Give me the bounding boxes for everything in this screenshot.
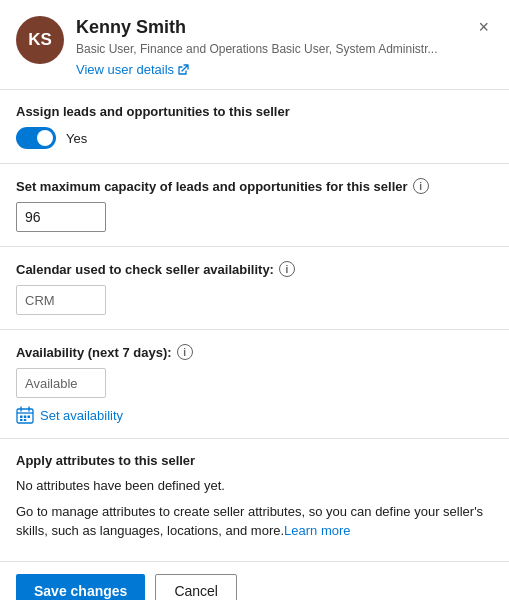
availability-input[interactable]: Available [16, 368, 106, 398]
assign-leads-toggle[interactable] [16, 127, 56, 149]
avatar: KS [16, 16, 64, 64]
toggle-knob [37, 130, 53, 146]
panel-content: Assign leads and opportunities to this s… [0, 90, 509, 561]
calendar-label: Calendar used to check seller availabili… [16, 261, 493, 277]
availability-section: Availability (next 7 days): i Available [0, 330, 509, 439]
calendar-info-icon[interactable]: i [279, 261, 295, 277]
max-capacity-input[interactable] [16, 202, 106, 232]
learn-more-link[interactable]: Learn more [284, 523, 350, 538]
attributes-description: Go to manage attributes to create seller… [16, 502, 493, 541]
panel-footer: Save changes Cancel [0, 561, 509, 600]
attributes-label: Apply attributes to this seller [16, 453, 493, 468]
header-info: Kenny Smith Basic User, Finance and Oper… [76, 16, 462, 77]
user-name: Kenny Smith [76, 16, 462, 39]
toggle-row: Yes [16, 127, 493, 149]
calendar-section: Calendar used to check seller availabili… [0, 247, 509, 330]
max-capacity-info-icon[interactable]: i [413, 178, 429, 194]
no-attributes-text: No attributes have been defined yet. [16, 476, 493, 496]
user-roles: Basic User, Finance and Operations Basic… [76, 41, 462, 58]
svg-rect-8 [24, 419, 27, 421]
panel-header: KS Kenny Smith Basic User, Finance and O… [0, 0, 509, 90]
toggle-yes-label: Yes [66, 131, 87, 146]
seller-panel: KS Kenny Smith Basic User, Finance and O… [0, 0, 509, 600]
view-user-link[interactable]: View user details [76, 62, 189, 77]
max-capacity-label: Set maximum capacity of leads and opport… [16, 178, 493, 194]
set-availability-label: Set availability [40, 408, 123, 423]
svg-rect-7 [20, 419, 23, 421]
calendar-icon [16, 406, 34, 424]
calendar-input[interactable]: CRM [16, 285, 106, 315]
availability-label: Availability (next 7 days): i [16, 344, 493, 360]
view-user-label: View user details [76, 62, 174, 77]
cancel-button[interactable]: Cancel [155, 574, 237, 600]
set-availability-row[interactable]: Set availability [16, 406, 493, 424]
svg-rect-4 [20, 416, 23, 419]
assign-leads-label: Assign leads and opportunities to this s… [16, 104, 493, 119]
assign-leads-section: Assign leads and opportunities to this s… [0, 90, 509, 164]
attributes-section: Apply attributes to this seller No attri… [0, 439, 509, 561]
availability-info-icon[interactable]: i [177, 344, 193, 360]
close-button[interactable]: × [474, 16, 493, 38]
external-link-icon [177, 64, 189, 76]
svg-rect-6 [28, 416, 31, 419]
svg-rect-5 [24, 416, 27, 419]
save-changes-button[interactable]: Save changes [16, 574, 145, 600]
attributes-body: No attributes have been defined yet. Go … [16, 476, 493, 541]
max-capacity-section: Set maximum capacity of leads and opport… [0, 164, 509, 247]
